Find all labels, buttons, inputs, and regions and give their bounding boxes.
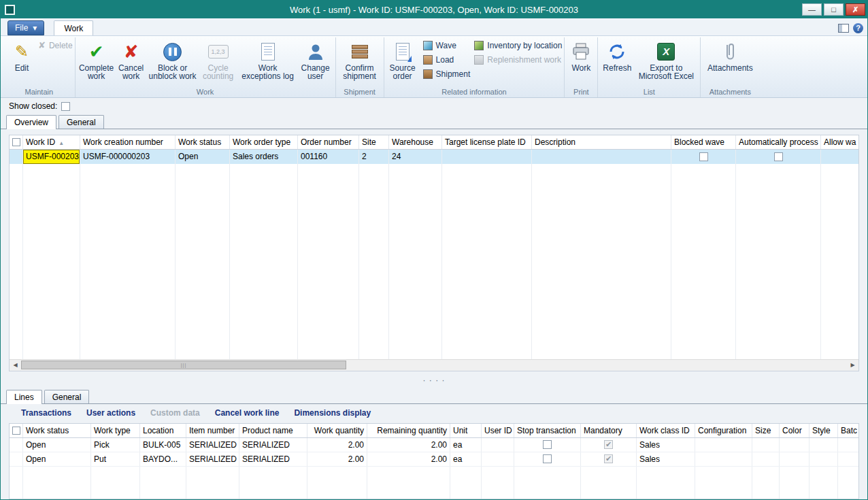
cell-location[interactable]: BAYDO... [140, 452, 186, 466]
change-user-button[interactable]: Change user [298, 38, 333, 87]
cell-batch[interactable] [838, 452, 859, 466]
tab-general-lower[interactable]: General [44, 390, 90, 403]
cell-work-quantity[interactable]: 2.00 [307, 438, 367, 452]
column-header-remaining-quantity[interactable]: Remaining quantity [367, 424, 450, 437]
cell-order-number[interactable]: 001160 [298, 150, 359, 164]
tab-overview[interactable]: Overview [6, 115, 56, 129]
column-header-work-id[interactable]: Work ID▲ [23, 135, 80, 149]
tab-lines[interactable]: Lines [6, 390, 42, 404]
cell-site[interactable]: 2 [359, 150, 389, 164]
row-selector-cell[interactable] [10, 438, 23, 452]
blocked-wave-checkbox[interactable] [699, 152, 708, 161]
cell-size[interactable] [752, 438, 780, 452]
minimize-button[interactable]: — [802, 3, 822, 16]
cancel-work-button[interactable]: ✘ Cancel work [116, 38, 147, 87]
column-header-site[interactable]: Site [359, 135, 389, 149]
cell-product-name[interactable]: SERIALIZED [239, 438, 307, 452]
inventory-by-location-button[interactable]: Inventory by location [474, 38, 562, 52]
column-header-unit[interactable]: Unit [450, 424, 482, 437]
column-header-location[interactable]: Location [140, 424, 186, 437]
cell-description[interactable] [532, 150, 671, 164]
cell-item-number[interactable]: SERIALIZED [186, 452, 239, 466]
cell-target-license-plate[interactable] [442, 150, 532, 164]
cell-work-creation-number[interactable]: USMF-000000203 [80, 150, 176, 164]
stop-transaction-checkbox[interactable] [543, 454, 552, 463]
cell-product-name[interactable]: SERIALIZED [239, 452, 307, 466]
column-header-user-id[interactable]: User ID [482, 424, 514, 437]
tab-general-upper[interactable]: General [59, 115, 104, 129]
cell-configuration[interactable] [695, 452, 752, 466]
help-icon[interactable]: ? [853, 23, 863, 33]
scroll-left-button[interactable]: ◀ [10, 362, 21, 368]
cell-color[interactable] [780, 438, 809, 452]
pane-splitter[interactable]: · · · · [1, 371, 867, 389]
show-closed-checkbox[interactable] [61, 102, 70, 111]
cell-style[interactable] [809, 452, 838, 466]
source-order-button[interactable]: Source order [386, 38, 419, 87]
row-selector-cell[interactable] [10, 452, 23, 466]
cell-work-class-id[interactable]: Sales [637, 452, 695, 466]
export-to-excel-button[interactable]: X Export to Microsoft Excel [634, 38, 698, 87]
cell-work-quantity[interactable]: 2.00 [307, 452, 367, 466]
user-actions-button[interactable]: User actions [86, 408, 135, 418]
column-header-batch[interactable]: Batc [838, 424, 859, 437]
select-all-cell[interactable] [10, 135, 23, 149]
cell-unit[interactable]: ea [450, 452, 482, 466]
maximize-button[interactable]: □ [824, 3, 844, 16]
cell-style[interactable] [809, 438, 838, 452]
cell-remaining-quantity[interactable]: 2.00 [367, 438, 450, 452]
cancel-work-line-button[interactable]: Cancel work line [215, 408, 280, 418]
column-header-blocked-wave[interactable]: Blocked wave [671, 135, 736, 149]
table-row[interactable]: Open Pick BULK-005 SERIALIZED SERIALIZED… [10, 438, 858, 452]
column-header-product-name[interactable]: Product name [239, 424, 307, 437]
column-header-color[interactable]: Color [780, 424, 809, 437]
select-all-checkbox[interactable] [12, 138, 20, 146]
cell-work-status[interactable]: Open [176, 150, 230, 164]
attachments-button[interactable]: Attachments [703, 38, 757, 87]
column-header-work-type[interactable]: Work type [91, 424, 140, 437]
load-button[interactable]: Load [423, 52, 471, 67]
lines-select-all-checkbox[interactable] [12, 427, 20, 435]
work-exceptions-log-button[interactable]: Work exceptions log [238, 38, 298, 87]
column-header-description[interactable]: Description [532, 135, 671, 149]
cell-work-id[interactable]: USMF-000203 [23, 150, 80, 164]
title-bar[interactable]: Work (1 - usmf) - Work ID: USMF-000203, … [1, 1, 867, 18]
cell-work-type[interactable]: Pick [91, 438, 140, 452]
close-button[interactable]: ✗ [846, 3, 865, 16]
window-layout-icon[interactable] [838, 24, 849, 33]
cell-work-status[interactable]: Open [23, 438, 91, 452]
edit-button[interactable]: ✎ Edit [5, 38, 38, 87]
cell-work-class-id[interactable]: Sales [637, 438, 695, 452]
wave-button[interactable]: Wave [423, 38, 471, 52]
cell-color[interactable] [780, 452, 809, 466]
shipment-button[interactable]: Shipment [423, 67, 471, 81]
block-unblock-work-button[interactable]: Block or unblock work [147, 38, 199, 87]
column-header-mandatory[interactable]: Mandatory [581, 424, 637, 437]
column-header-work-class-id[interactable]: Work class ID [637, 424, 695, 437]
transactions-button[interactable]: Transactions [21, 408, 71, 418]
cell-item-number[interactable]: SERIALIZED [186, 438, 239, 452]
cell-blocked-wave[interactable] [671, 150, 736, 164]
tab-work[interactable]: Work [54, 20, 93, 35]
column-header-stop-transaction[interactable]: Stop transaction [514, 424, 581, 437]
column-header-warehouse[interactable]: Warehouse [389, 135, 442, 149]
cell-unit[interactable]: ea [450, 438, 482, 452]
cell-user-id[interactable] [482, 438, 514, 452]
column-header-order-number[interactable]: Order number [298, 135, 359, 149]
file-menu-button[interactable]: File ▾ [7, 20, 44, 35]
refresh-button[interactable]: Refresh [600, 38, 634, 87]
row-selector-cell[interactable] [10, 150, 23, 164]
cell-warehouse[interactable]: 24 [389, 150, 442, 164]
column-header-line-work-status[interactable]: Work status [23, 424, 91, 437]
cell-stop-transaction[interactable] [514, 452, 581, 466]
cell-user-id[interactable] [482, 452, 514, 466]
column-header-work-quantity[interactable]: Work quantity [307, 424, 367, 437]
cell-configuration[interactable] [695, 438, 752, 452]
cell-remaining-quantity[interactable]: 2.00 [367, 452, 450, 466]
horizontal-scrollbar[interactable]: ◀ ||| ▶ [10, 359, 858, 371]
column-header-allow-wave[interactable]: Allow wa [821, 135, 859, 149]
scrollbar-thumb[interactable]: ||| [21, 361, 346, 369]
column-header-size[interactable]: Size [752, 424, 780, 437]
dimensions-display-button[interactable]: Dimensions display [294, 408, 371, 418]
cell-allow-wave[interactable] [821, 150, 858, 164]
